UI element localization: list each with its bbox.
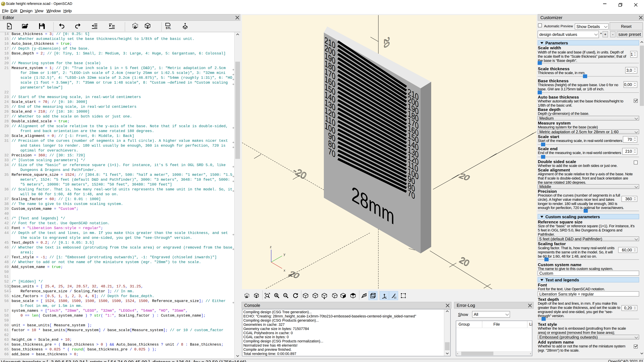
svg-text:z: z — [270, 245, 272, 249]
svg-text:x: x — [284, 269, 285, 272]
svg-text:10: 10 — [394, 296, 396, 299]
svg-text:y: y — [284, 252, 285, 256]
svg-text:20: 20 — [457, 172, 472, 182]
svg-text:20: 20 — [458, 255, 471, 268]
svg-text:STL: STL — [166, 26, 171, 29]
svg-text:20: 20 — [382, 35, 391, 50]
svg-text:20: 20 — [287, 270, 301, 280]
